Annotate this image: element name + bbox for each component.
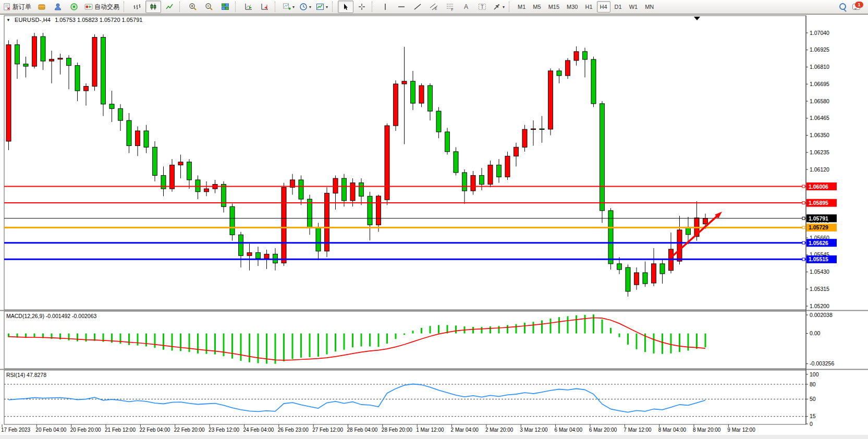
text-label-icon: T: [478, 3, 486, 11]
svg-text:80: 80: [810, 381, 816, 387]
svg-text:1.06120: 1.06120: [810, 166, 829, 173]
new-order-label: 新订单: [13, 3, 31, 11]
svg-text:1.05626: 1.05626: [809, 240, 828, 246]
svg-text:23 Feb 12:00: 23 Feb 12:00: [209, 427, 239, 433]
equidistant-channel-button[interactable]: E: [426, 1, 442, 13]
notification-badge: 1: [855, 2, 863, 8]
svg-text:6 Mar 04:00: 6 Mar 04:00: [555, 427, 583, 433]
chart-canvas[interactable]: 1.070401.069251.068101.066951.065801.064…: [0, 15, 868, 439]
vertical-line-button[interactable]: [377, 1, 393, 13]
crosshair-button[interactable]: [354, 1, 370, 13]
timeframe-D1[interactable]: D1: [612, 1, 625, 13]
svg-text:1.05430: 1.05430: [810, 269, 829, 275]
line-chart-icon: [165, 3, 174, 11]
svg-text:T: T: [481, 4, 484, 10]
tile-windows-icon: [221, 3, 229, 11]
svg-text:7 Mar 12:00: 7 Mar 12:00: [624, 427, 652, 433]
svg-text:1.05515: 1.05515: [809, 256, 828, 262]
fibonacci-button[interactable]: F: [442, 1, 458, 13]
dropdown-caret: ▾: [292, 5, 295, 9]
candlestick-chart-button[interactable]: [145, 1, 161, 13]
autotrade-button[interactable]: 自动交易: [82, 1, 121, 13]
toolbar-separator: [509, 2, 511, 12]
svg-text:6 Mar 20:00: 6 Mar 20:00: [589, 427, 617, 433]
chevron-down-icon[interactable]: ▼: [6, 18, 10, 22]
svg-text:1.07040: 1.07040: [810, 30, 829, 36]
candlestick-icon: [149, 3, 157, 11]
svg-text:28 Feb 04:00: 28 Feb 04:00: [347, 427, 378, 433]
svg-text:2 Mar 04:00: 2 Mar 04:00: [451, 427, 479, 433]
search-icon[interactable]: [839, 3, 847, 11]
trendline-button[interactable]: [410, 1, 425, 13]
svg-text:1.05200: 1.05200: [810, 303, 829, 309]
timeframe-M1[interactable]: M1: [515, 1, 529, 13]
new-order-button[interactable]: 新订单: [1, 1, 33, 13]
svg-text:0.002038: 0.002038: [810, 312, 833, 318]
new-order-icon: [3, 3, 11, 11]
svg-text:1.05895: 1.05895: [809, 200, 828, 206]
svg-text:1.06235: 1.06235: [810, 149, 829, 155]
notifications-icon[interactable]: 1: [852, 3, 862, 11]
dropdown-caret: ▾: [326, 5, 328, 9]
svg-text:20 Feb 20:00: 20 Feb 20:00: [70, 427, 101, 433]
signals-button[interactable]: [66, 1, 82, 13]
svg-text:1.06925: 1.06925: [810, 46, 829, 53]
timeframe-H4[interactable]: H4: [597, 1, 610, 13]
svg-text:24 Feb 04:00: 24 Feb 04:00: [243, 427, 274, 433]
zoom-out-button[interactable]: [201, 1, 217, 13]
svg-text:28 Feb 20:00: 28 Feb 20:00: [382, 427, 412, 433]
chart-shift-button[interactable]: [257, 1, 273, 13]
line-chart-button[interactable]: [162, 1, 177, 13]
cursor-arrow-icon: [341, 3, 350, 11]
chart-symbol-period: EURUSD-,H4: [15, 17, 51, 23]
template-icon: [316, 3, 324, 11]
signal-sonar-icon: [70, 3, 78, 11]
horizontal-line-button[interactable]: [394, 1, 409, 13]
svg-text:8 Mar 20:00: 8 Mar 20:00: [693, 427, 721, 433]
cursor-button[interactable]: [338, 1, 353, 13]
svg-text:27 Feb 12:00: 27 Feb 12:00: [312, 427, 343, 433]
tile-windows-button[interactable]: [217, 1, 233, 13]
svg-text:50: 50: [810, 396, 816, 402]
timeframe-M5[interactable]: M5: [530, 1, 544, 13]
periods-button[interactable]: ▾: [297, 1, 313, 13]
svg-text:0.00: 0.00: [810, 330, 821, 336]
bar-chart-button[interactable]: [129, 1, 145, 13]
svg-text:26 Feb 23:00: 26 Feb 23:00: [278, 427, 309, 433]
zoom-in-button[interactable]: [185, 1, 201, 13]
svg-text:1.06580: 1.06580: [810, 98, 829, 104]
auto-scroll-button[interactable]: [241, 1, 256, 13]
add-indicator-icon: [283, 3, 291, 11]
timeframe-MN[interactable]: MN: [642, 1, 657, 13]
svg-text:1.06465: 1.06465: [810, 115, 829, 121]
dropdown-caret: ▾: [503, 5, 505, 9]
svg-text:22 Feb 04:00: 22 Feb 04:00: [139, 427, 170, 433]
toolbar-separator: [332, 2, 335, 12]
channel-icon: E: [430, 3, 438, 11]
timeframe-H1[interactable]: H1: [582, 1, 595, 13]
timeframe-M15[interactable]: M15: [545, 1, 563, 13]
text-button[interactable]: A: [458, 1, 474, 13]
toolbar-right-group: 1: [839, 3, 867, 11]
timeframe-W1[interactable]: W1: [626, 1, 641, 13]
macd-label: MACD(12,26,9) -0.001492 -0.002063: [6, 313, 97, 319]
templates-button[interactable]: ▾: [314, 1, 330, 13]
accounts-button[interactable]: [50, 1, 66, 13]
timeframe-M30[interactable]: M30: [564, 1, 581, 13]
market-watch-button[interactable]: [34, 1, 50, 13]
indicators-button[interactable]: ▾: [280, 1, 297, 13]
toolbar-separator: [179, 2, 182, 12]
svg-text:8 Mar 04:00: 8 Mar 04:00: [658, 427, 687, 433]
arrows-shapes-button[interactable]: ▾: [491, 1, 507, 13]
svg-text:A: A: [464, 3, 468, 10]
svg-text:3 Mar 12:00: 3 Mar 12:00: [520, 427, 548, 433]
svg-text:100: 100: [810, 371, 819, 377]
toolbar-separator: [275, 2, 277, 12]
macd-axis: 0.0020380.00-0.003256: [806, 312, 834, 367]
chart-shift-icon: [261, 3, 269, 11]
svg-text:1.05729: 1.05729: [809, 224, 828, 230]
toolbar-separator: [124, 2, 126, 12]
text-label-button[interactable]: T: [474, 1, 490, 13]
toolbar-separator: [235, 2, 238, 12]
dropdown-caret: ▾: [309, 5, 311, 9]
